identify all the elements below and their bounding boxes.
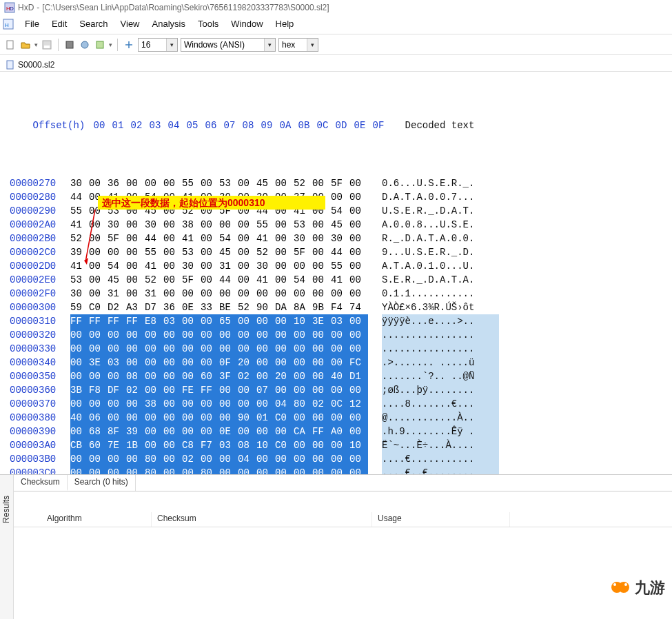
hex-byte[interactable]: 00	[349, 190, 368, 204]
hex-byte[interactable]: 54	[294, 273, 312, 287]
bytes-per-row-combo[interactable]: ▾	[138, 38, 178, 52]
decoded-text[interactable]: .h.9........Êÿ .	[382, 425, 499, 438]
hex-row[interactable]: 0000027030003600000055005300450052005F00…	[10, 176, 665, 190]
hex-byte[interactable]: 00	[275, 328, 294, 342]
hex-byte[interactable]: 00	[294, 328, 312, 342]
hex-byte[interactable]: 00	[145, 328, 163, 342]
dropdown-arrow-icon[interactable]: ▾	[34, 41, 38, 48]
hex-byte[interactable]: 00	[163, 383, 182, 397]
hex-byte[interactable]: 44	[145, 232, 163, 245]
hex-byte[interactable]: 00	[294, 356, 312, 369]
hex-byte[interactable]: 00	[238, 383, 256, 397]
hex-byte[interactable]: 04	[238, 452, 256, 466]
hex-byte[interactable]: 65	[219, 314, 238, 328]
hex-byte[interactable]: 31	[108, 287, 126, 301]
hex-byte[interactable]: 00	[145, 176, 163, 190]
hex-byte[interactable]: 30	[70, 176, 89, 190]
hex-byte[interactable]: 00	[70, 369, 89, 383]
hex-byte[interactable]: 45	[256, 176, 275, 190]
hex-byte[interactable]: 0E	[182, 301, 201, 314]
hex-byte[interactable]: 02	[238, 369, 256, 383]
hex-byte[interactable]: FF	[201, 383, 219, 397]
hex-byte[interactable]: 38	[182, 218, 201, 232]
hex-row[interactable]: 000003B000000000800002000004000000000000…	[10, 452, 665, 466]
hex-byte[interactable]: 00	[349, 245, 368, 259]
bytes-per-row-input[interactable]	[139, 39, 166, 50]
hex-byte[interactable]: 41	[182, 232, 201, 245]
hex-byte[interactable]: 01	[256, 411, 275, 425]
hex-byte[interactable]: 00	[182, 411, 201, 425]
hex-byte[interactable]: 45	[331, 218, 349, 232]
hex-byte[interactable]: 00	[182, 314, 201, 328]
hex-byte[interactable]: 00	[163, 397, 182, 411]
decoded-text[interactable]: .>....... .....ü	[382, 356, 499, 369]
hex-byte[interactable]: 00	[331, 411, 349, 425]
dropdown-arrow-icon-2[interactable]: ▾	[109, 41, 112, 48]
hex-byte[interactable]: 00	[349, 342, 368, 356]
hex-byte[interactable]: 00	[145, 369, 163, 383]
menu-view[interactable]: View	[115, 17, 145, 31]
menu-help[interactable]: Help	[270, 17, 300, 31]
hex-byte[interactable]: 00	[294, 369, 312, 383]
menu-edit[interactable]: Edit	[46, 17, 72, 31]
hex-row[interactable]: 0000037000000000380000000000000480020C12…	[10, 397, 665, 411]
hex-byte[interactable]: 00	[89, 259, 108, 273]
hex-byte[interactable]: 00	[294, 287, 312, 301]
hex-byte[interactable]: 8A	[294, 301, 312, 314]
decoded-text[interactable]: Ë`~...È÷...À....	[382, 438, 499, 452]
hex-byte[interactable]: 00	[201, 273, 219, 287]
hex-byte[interactable]: 00	[349, 314, 368, 328]
hex-byte[interactable]: 52	[294, 176, 312, 190]
hex-byte[interactable]: 02	[182, 452, 201, 466]
hex-byte[interactable]: 00	[312, 411, 331, 425]
hex-byte[interactable]: 00	[126, 273, 145, 287]
hex-byte[interactable]: 0F	[219, 356, 238, 369]
hex-byte[interactable]: 00	[145, 383, 163, 397]
hex-byte[interactable]: 00	[349, 273, 368, 287]
hex-byte[interactable]: 53	[294, 218, 312, 232]
hex-byte[interactable]: 00	[312, 369, 331, 383]
hex-byte[interactable]: 00	[201, 342, 219, 356]
hex-byte[interactable]: 02	[312, 397, 331, 411]
results-side-tab[interactable]: Results	[0, 475, 14, 619]
hex-byte[interactable]: 53	[70, 273, 89, 287]
hex-byte[interactable]: 00	[294, 452, 312, 466]
hex-byte[interactable]: 00	[275, 218, 294, 232]
hex-byte[interactable]: 00	[349, 232, 368, 245]
hex-byte[interactable]: 00	[331, 452, 349, 466]
hex-byte[interactable]: C8	[182, 438, 201, 452]
hex-byte[interactable]: 00	[163, 176, 182, 190]
hex-byte[interactable]: 00	[238, 273, 256, 287]
hex-byte[interactable]: 80	[145, 452, 163, 466]
hex-byte[interactable]: 00	[238, 425, 256, 438]
hex-byte[interactable]: 00	[312, 438, 331, 452]
hex-byte[interactable]: 30	[70, 287, 89, 301]
menu-file[interactable]: File	[19, 17, 45, 31]
hex-byte[interactable]: 54	[219, 232, 238, 245]
menu-analysis[interactable]: Analysis	[147, 17, 191, 31]
hex-byte[interactable]: 00	[219, 342, 238, 356]
hex-byte[interactable]: 53	[182, 245, 201, 259]
hex-byte[interactable]: 00	[163, 245, 182, 259]
hex-byte[interactable]: 59	[70, 301, 89, 314]
hex-byte[interactable]: 00	[349, 452, 368, 466]
hex-byte[interactable]: 00	[108, 245, 126, 259]
hex-byte[interactable]: 00	[145, 425, 163, 438]
hex-byte[interactable]: 74	[349, 301, 368, 314]
hex-byte[interactable]: 00	[201, 356, 219, 369]
hex-byte[interactable]: 5F	[182, 273, 201, 287]
hex-byte[interactable]: 30	[256, 259, 275, 273]
hex-byte[interactable]: 00	[89, 273, 108, 287]
hex-byte[interactable]: 00	[108, 342, 126, 356]
hex-byte[interactable]: 55	[70, 204, 89, 218]
hex-byte[interactable]: 00	[145, 438, 163, 452]
hex-byte[interactable]: 12	[349, 397, 368, 411]
hex-byte[interactable]: 00	[275, 342, 294, 356]
hex-byte[interactable]: 00	[312, 452, 331, 466]
hex-byte[interactable]: 54	[331, 204, 349, 218]
hex-byte[interactable]: FF	[70, 314, 89, 328]
decoded-text[interactable]: R._.D.A.T.A.0.0.	[382, 232, 474, 245]
hex-byte[interactable]: 03	[219, 438, 238, 452]
hex-byte[interactable]: 00	[312, 328, 331, 342]
hex-byte[interactable]: 00	[256, 369, 275, 383]
